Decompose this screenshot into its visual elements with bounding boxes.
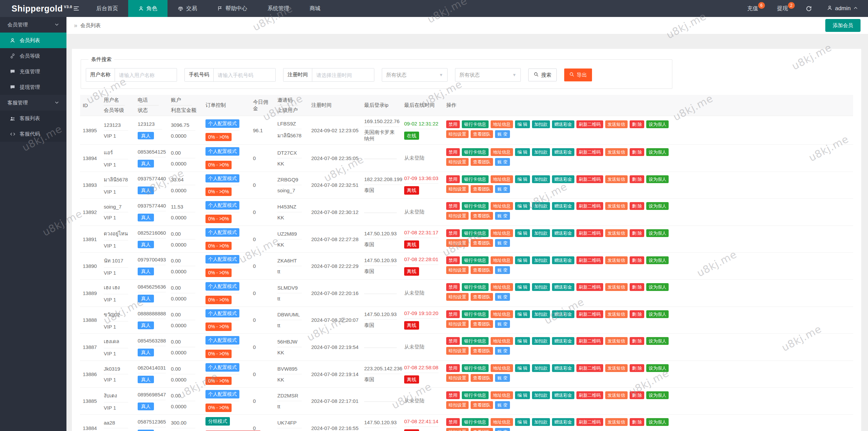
add-deduct-button[interactable]: 加扣款 <box>532 148 550 156</box>
disable-button[interactable]: 禁用 <box>446 391 460 399</box>
add-deduct-button[interactable]: 加扣款 <box>532 310 550 318</box>
refresh-qrcode-button[interactable]: 刷新二维码 <box>576 256 603 264</box>
address-info-button[interactable]: 地址信息 <box>491 120 513 128</box>
delete-button[interactable]: 删 除 <box>630 337 645 345</box>
disable-button[interactable]: 禁用 <box>446 418 460 426</box>
add-member-button[interactable]: 添加会员 <box>825 19 861 32</box>
refresh-qrcode-button[interactable]: 刷新二维码 <box>576 120 603 128</box>
gift-bonus-button[interactable]: 赠送彩金 <box>552 175 574 183</box>
refresh-qrcode-button[interactable]: 刷新二维码 <box>576 418 603 426</box>
send-sms-button[interactable]: 发送短信 <box>605 229 628 237</box>
send-sms-button[interactable]: 发送短信 <box>605 418 628 426</box>
nav-item-system[interactable]: 系统管理 <box>257 0 299 17</box>
sidebar-item-withdraw-management[interactable]: 提现管理 <box>0 79 66 95</box>
bank-card-info-button[interactable]: 银行卡信息 <box>462 148 489 156</box>
set-fake-button[interactable]: 设为假人 <box>646 202 669 210</box>
disable-button[interactable]: 禁用 <box>446 337 460 345</box>
send-sms-button[interactable]: 发送短信 <box>605 148 628 156</box>
balance-change-button[interactable]: 账 变 <box>495 239 510 247</box>
add-deduct-button[interactable]: 加扣款 <box>532 364 550 372</box>
balance-change-button[interactable]: 账 变 <box>495 428 510 431</box>
bank-card-info-button[interactable]: 银行卡信息 <box>462 175 489 183</box>
bank-card-info-button[interactable]: 银行卡信息 <box>462 418 489 426</box>
sidebar-group-service-management[interactable]: 客服管理 <box>0 95 66 111</box>
recharge-shortcut[interactable]: 充值 6 <box>739 5 766 12</box>
sidebar-group-member-management[interactable]: 会员管理 <box>0 17 66 33</box>
disable-button[interactable]: 禁用 <box>446 256 460 264</box>
delete-button[interactable]: 删 除 <box>630 175 645 183</box>
bank-card-info-button[interactable]: 银行卡信息 <box>462 283 489 291</box>
address-info-button[interactable]: 地址信息 <box>491 391 513 399</box>
bank-card-info-button[interactable]: 银行卡信息 <box>462 256 489 264</box>
send-sms-button[interactable]: 发送短信 <box>605 310 628 318</box>
send-sms-button[interactable]: 发送短信 <box>605 391 628 399</box>
username-input[interactable] <box>115 68 177 81</box>
hidden-deduct-button[interactable]: 暗扣设置 <box>446 158 469 166</box>
bank-card-info-button[interactable]: 银行卡信息 <box>462 120 489 128</box>
disable-button[interactable]: 禁用 <box>446 148 460 156</box>
address-info-button[interactable]: 地址信息 <box>491 175 513 183</box>
balance-change-button[interactable]: 账 变 <box>495 293 510 301</box>
set-fake-button[interactable]: 设为假人 <box>646 391 669 399</box>
send-sms-button[interactable]: 发送短信 <box>605 283 628 291</box>
refresh-qrcode-button[interactable]: 刷新二维码 <box>576 337 603 345</box>
view-team-button[interactable]: 查看团队 <box>471 239 493 247</box>
balance-change-button[interactable]: 账 变 <box>495 374 510 382</box>
hidden-deduct-button[interactable]: 暗扣设置 <box>446 320 469 328</box>
edit-button[interactable]: 编 辑 <box>515 337 530 345</box>
disable-button[interactable]: 禁用 <box>446 229 460 237</box>
refresh-qrcode-button[interactable]: 刷新二维码 <box>576 148 603 156</box>
add-deduct-button[interactable]: 加扣款 <box>532 229 550 237</box>
send-sms-button[interactable]: 发送短信 <box>605 120 628 128</box>
set-fake-button[interactable]: 设为假人 <box>646 310 669 318</box>
add-deduct-button[interactable]: 加扣款 <box>532 256 550 264</box>
add-deduct-button[interactable]: 加扣款 <box>532 418 550 426</box>
disable-button[interactable]: 禁用 <box>446 283 460 291</box>
view-team-button[interactable]: 查看团队 <box>471 428 493 431</box>
add-deduct-button[interactable]: 加扣款 <box>532 175 550 183</box>
refresh-icon[interactable] <box>799 5 819 12</box>
set-fake-button[interactable]: 设为假人 <box>646 418 669 426</box>
refresh-qrcode-button[interactable]: 刷新二维码 <box>576 364 603 372</box>
set-fake-button[interactable]: 设为假人 <box>646 283 669 291</box>
add-deduct-button[interactable]: 加扣款 <box>532 391 550 399</box>
delete-button[interactable]: 删 除 <box>630 310 645 318</box>
address-info-button[interactable]: 地址信息 <box>491 256 513 264</box>
balance-change-button[interactable]: 账 变 <box>495 320 510 328</box>
sidebar-item-recharge-management[interactable]: 充值管理 <box>0 64 66 79</box>
nav-item-home[interactable]: 后台首页 <box>86 0 128 17</box>
set-fake-button[interactable]: 设为假人 <box>646 256 669 264</box>
nav-item-trade[interactable]: 交易 <box>167 0 207 17</box>
view-team-button[interactable]: 查看团队 <box>471 266 493 274</box>
view-team-button[interactable]: 查看团队 <box>471 185 493 193</box>
view-team-button[interactable]: 查看团队 <box>471 212 493 220</box>
nav-item-help[interactable]: 帮助中心 <box>207 0 257 17</box>
online-status-select[interactable]: 所有状态▼ <box>455 68 520 81</box>
gift-bonus-button[interactable]: 赠送彩金 <box>552 418 574 426</box>
edit-button[interactable]: 编 辑 <box>515 175 530 183</box>
send-sms-button[interactable]: 发送短信 <box>605 337 628 345</box>
export-button[interactable]: 导出 <box>564 68 592 81</box>
edit-button[interactable]: 编 辑 <box>515 283 530 291</box>
edit-button[interactable]: 编 辑 <box>515 364 530 372</box>
refresh-qrcode-button[interactable]: 刷新二维码 <box>576 391 603 399</box>
delete-button[interactable]: 删 除 <box>630 256 645 264</box>
edit-button[interactable]: 编 辑 <box>515 148 530 156</box>
gift-bonus-button[interactable]: 赠送彩金 <box>552 310 574 318</box>
balance-change-button[interactable]: 账 变 <box>495 130 510 138</box>
delete-button[interactable]: 删 除 <box>630 391 645 399</box>
hidden-deduct-button[interactable]: 暗扣设置 <box>446 374 469 382</box>
gift-bonus-button[interactable]: 赠送彩金 <box>552 148 574 156</box>
edit-button[interactable]: 编 辑 <box>515 202 530 210</box>
gift-bonus-button[interactable]: 赠送彩金 <box>552 337 574 345</box>
view-team-button[interactable]: 查看团队 <box>471 320 493 328</box>
sidebar-item-service-code[interactable]: 客服代码 <box>0 126 66 142</box>
set-fake-button[interactable]: 设为假人 <box>646 148 669 156</box>
balance-change-button[interactable]: 账 变 <box>495 185 510 193</box>
bank-card-info-button[interactable]: 银行卡信息 <box>462 364 489 372</box>
edit-button[interactable]: 编 辑 <box>515 256 530 264</box>
view-team-button[interactable]: 查看团队 <box>471 158 493 166</box>
view-team-button[interactable]: 查看团队 <box>471 130 493 138</box>
reg-time-input[interactable] <box>312 68 374 81</box>
balance-change-button[interactable]: 账 变 <box>495 401 510 409</box>
